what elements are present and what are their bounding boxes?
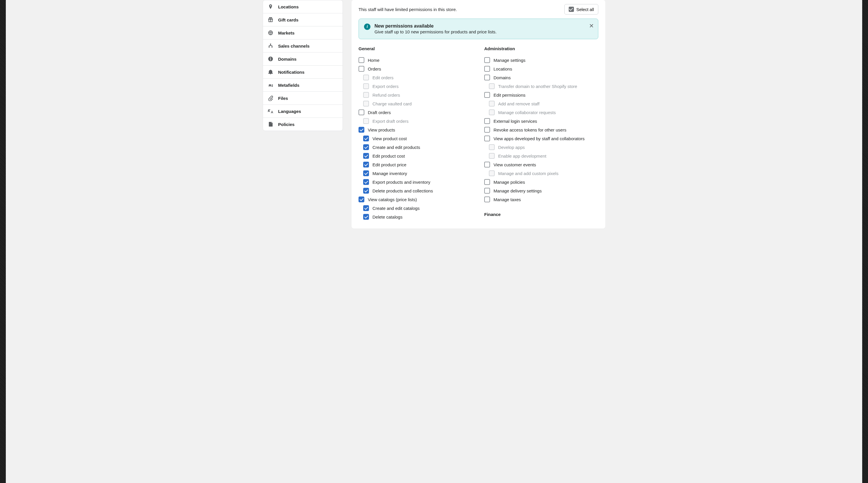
policy-icon: [268, 121, 274, 127]
administration-permission-row[interactable]: External login services: [484, 117, 598, 125]
checkbox[interactable]: [484, 74, 490, 80]
permission-label: Export draft orders: [372, 119, 408, 124]
permission-label: Edit permissions: [494, 93, 525, 98]
sidebar-item-files[interactable]: Files: [263, 92, 343, 105]
permission-label: Charge vaulted card: [372, 101, 412, 106]
administration-permission-row[interactable]: Edit permissions: [484, 91, 598, 99]
sidebar-item-label: Sales channels: [278, 43, 309, 49]
general-permission-row[interactable]: Manage inventory: [363, 169, 473, 178]
general-permission-row[interactable]: Draft orders: [359, 108, 473, 117]
checkbox[interactable]: [359, 66, 364, 72]
checkbox[interactable]: [484, 118, 490, 124]
sidebar-item-locations[interactable]: Locations: [263, 0, 343, 13]
permission-label: Enable app development: [498, 154, 546, 159]
checkbox[interactable]: [363, 135, 369, 141]
checkbox[interactable]: [484, 127, 490, 133]
general-permission-row[interactable]: Edit product cost: [363, 152, 473, 160]
checkbox[interactable]: [363, 188, 369, 194]
checkbox[interactable]: [484, 196, 490, 202]
sidebar-item-sales-channels[interactable]: Sales channels: [263, 39, 343, 53]
checkbox[interactable]: [363, 179, 369, 185]
general-permission-row[interactable]: Delete products and collections: [363, 186, 473, 195]
checkbox[interactable]: [359, 196, 364, 202]
general-permission-row[interactable]: View catalogs (price lists): [359, 195, 473, 204]
general-permission-row[interactable]: View products: [359, 125, 473, 134]
checkbox[interactable]: [363, 144, 369, 150]
administration-permission-row: Add and remove staff: [489, 99, 598, 108]
checkbox[interactable]: [363, 214, 369, 220]
sidebar-item-markets[interactable]: Markets: [263, 26, 343, 39]
sidebar-item-gift-cards[interactable]: Gift cards: [263, 13, 343, 26]
sidebar-item-notifications[interactable]: Notifications: [263, 66, 343, 79]
administration-permission-row[interactable]: Domains: [484, 73, 598, 82]
bell-icon: [268, 69, 274, 75]
permission-label: Delete products and collections: [372, 188, 433, 193]
sidebar-item-domains[interactable]: Domains: [263, 53, 343, 66]
settings-sidebar: LocationsGift cardsMarketsSales channels…: [263, 0, 343, 131]
administration-permission-row: Develop apps: [489, 143, 598, 152]
permission-label: Manage taxes: [494, 197, 521, 202]
checkbox[interactable]: [363, 162, 369, 167]
info-icon: i: [364, 24, 370, 30]
general-permission-row[interactable]: View product cost: [363, 134, 473, 143]
checkbox[interactable]: [359, 109, 364, 115]
general-permission-row[interactable]: Delete catalogs: [363, 213, 473, 221]
permission-label: Manage policies: [494, 180, 525, 185]
sidebar-item-policies[interactable]: Policies: [263, 118, 343, 131]
administration-permission-row[interactable]: View customer events: [484, 160, 598, 169]
permission-label: Manage and add custom pixels: [498, 171, 559, 176]
sidebar-item-metafields[interactable]: Metafields: [263, 79, 343, 92]
checkbox[interactable]: [484, 92, 490, 98]
checkbox[interactable]: [359, 127, 364, 133]
general-permission-row[interactable]: Export products and inventory: [363, 178, 473, 186]
checkbox-icon: [569, 7, 574, 12]
gift-icon: [268, 17, 274, 23]
attach-icon: [268, 95, 274, 101]
checkbox[interactable]: [363, 153, 369, 159]
general-permission-row[interactable]: Home: [359, 56, 473, 64]
administration-permission-row[interactable]: Locations: [484, 64, 598, 73]
permission-label: Create and edit catalogs: [372, 206, 420, 211]
general-permission-row[interactable]: Orders: [359, 64, 473, 73]
checkbox[interactable]: [359, 57, 364, 63]
general-column: General HomeOrdersEdit ordersExport orde…: [359, 46, 473, 222]
sidebar-item-languages[interactable]: Languages: [263, 105, 343, 118]
banner-title: New permissions available: [374, 24, 593, 29]
checkbox: [489, 153, 495, 159]
permission-label: View customer events: [494, 162, 536, 167]
general-permission-row[interactable]: Create and edit products: [363, 143, 473, 152]
general-permission-row[interactable]: Create and edit catalogs: [363, 204, 473, 213]
permission-label: Draft orders: [368, 110, 391, 115]
checkbox[interactable]: [363, 170, 369, 176]
checkbox[interactable]: [484, 57, 490, 63]
permission-label: View product cost: [372, 136, 407, 141]
checkbox[interactable]: [484, 135, 490, 141]
general-permission-row: Export orders: [363, 82, 473, 91]
administration-permission-row[interactable]: Revoke access tokens for other users: [484, 125, 598, 134]
permission-label: Add and remove staff: [498, 101, 539, 106]
permission-label: Refund orders: [372, 93, 400, 98]
finance-heading: Finance: [484, 212, 598, 217]
sidebar-item-label: Files: [278, 96, 288, 101]
permission-label: External login services: [494, 119, 537, 124]
administration-permission-row[interactable]: View apps developed by staff and collabo…: [484, 134, 598, 143]
select-all-button[interactable]: Select all: [564, 4, 598, 14]
checkbox[interactable]: [484, 66, 490, 72]
checkbox: [363, 74, 369, 80]
checkbox[interactable]: [484, 188, 490, 194]
permission-label: Home: [368, 58, 379, 63]
general-permission-row[interactable]: Edit product price: [363, 160, 473, 169]
sidebar-item-label: Markets: [278, 30, 294, 35]
checkbox[interactable]: [363, 205, 369, 211]
checkbox[interactable]: [484, 179, 490, 185]
administration-permission-row[interactable]: Manage delivery settings: [484, 186, 598, 195]
administration-permission-row[interactable]: Manage policies: [484, 178, 598, 186]
administration-column: Administration Manage settingsLocationsD…: [484, 46, 598, 222]
checkbox[interactable]: [484, 162, 490, 167]
administration-permission-row: Enable app development: [489, 152, 598, 160]
administration-permission-row[interactable]: Manage settings: [484, 56, 598, 64]
checkbox: [363, 118, 369, 124]
checkbox: [489, 170, 495, 176]
administration-permission-row[interactable]: Manage taxes: [484, 195, 598, 204]
banner-close-button[interactable]: ✕: [589, 23, 594, 29]
